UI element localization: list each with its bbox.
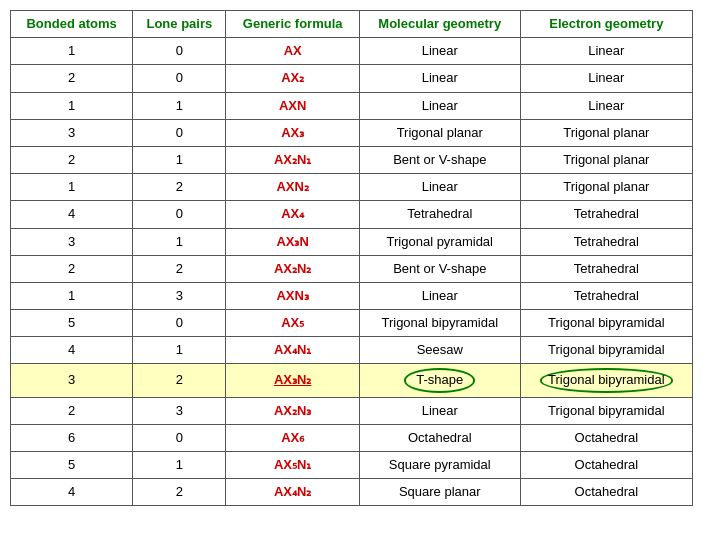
cell-electron: Tetrahedral	[520, 255, 692, 282]
table-row: 21AX₂N₁Bent or V-shapeTrigonal planar	[11, 146, 693, 173]
cell-lone: 1	[133, 92, 226, 119]
formula-text: AXN₃	[276, 288, 308, 303]
cell-lone: 2	[133, 255, 226, 282]
cell-formula: AX₂N₁	[226, 146, 359, 173]
cell-electron: Tetrahedral	[520, 228, 692, 255]
cell-electron: Trigonal bipyramidal	[520, 310, 692, 337]
cell-formula: AX₄	[226, 201, 359, 228]
cell-electron: Trigonal bipyramidal	[520, 337, 692, 364]
formula-text: AXN	[279, 98, 306, 113]
cell-molecular: Linear	[359, 282, 520, 309]
cell-lone: 0	[133, 201, 226, 228]
cell-lone: 2	[133, 479, 226, 506]
formula-text: AX₃	[281, 125, 304, 140]
cell-lone: 1	[133, 146, 226, 173]
cell-lone: 1	[133, 452, 226, 479]
cell-formula: AX₃N	[226, 228, 359, 255]
cell-bonded: 2	[11, 146, 133, 173]
cell-formula: AX₂	[226, 65, 359, 92]
cell-formula: AXN	[226, 92, 359, 119]
cell-molecular: Linear	[359, 65, 520, 92]
cell-electron: Trigonal planar	[520, 119, 692, 146]
table-row: 13AXN₃LinearTetrahedral	[11, 282, 693, 309]
header-electron: Electron geometry	[520, 11, 692, 38]
table-row: 30AX₃Trigonal planarTrigonal planar	[11, 119, 693, 146]
table-row: 50AX₅Trigonal bipyramidalTrigonal bipyra…	[11, 310, 693, 337]
table-row: 23AX₂N₃LinearTrigonal bipyramidal	[11, 397, 693, 424]
cell-electron: Octahedral	[520, 424, 692, 451]
cell-bonded: 4	[11, 201, 133, 228]
cell-formula: AX₄N₁	[226, 337, 359, 364]
cell-lone: 1	[133, 228, 226, 255]
formula-text: AX₃N₂	[274, 372, 311, 387]
cell-lone: 0	[133, 424, 226, 451]
table-row: 31AX₃NTrigonal pyramidalTetrahedral	[11, 228, 693, 255]
cell-lone: 3	[133, 282, 226, 309]
cell-lone: 1	[133, 337, 226, 364]
cell-electron: Trigonal planar	[520, 146, 692, 173]
formula-text: AX₄	[281, 206, 304, 221]
cell-molecular: Linear	[359, 174, 520, 201]
molecular-geometry-table: Bonded atoms Lone pairs Generic formula …	[10, 10, 693, 506]
formula-text: AXN₂	[276, 179, 308, 194]
formula-text: AX₂N₁	[274, 152, 311, 167]
cell-molecular: Bent or V-shape	[359, 146, 520, 173]
cell-bonded: 3	[11, 119, 133, 146]
header-generic: Generic formula	[226, 11, 359, 38]
formula-text: AX₆	[281, 430, 304, 445]
table-row: 20AX₂LinearLinear	[11, 65, 693, 92]
cell-electron: Tetrahedral	[520, 282, 692, 309]
cell-formula: AX₅N₁	[226, 452, 359, 479]
cell-lone: 0	[133, 65, 226, 92]
cell-formula: AX₅	[226, 310, 359, 337]
formula-text: AX₅N₁	[274, 457, 311, 472]
cell-electron: Trigonal planar	[520, 174, 692, 201]
cell-electron: Linear	[520, 38, 692, 65]
cell-lone: 2	[133, 174, 226, 201]
formula-text: AX₂N₃	[274, 403, 311, 418]
header-lone: Lone pairs	[133, 11, 226, 38]
table-row: 40AX₄TetrahedralTetrahedral	[11, 201, 693, 228]
table-row: 11AXNLinearLinear	[11, 92, 693, 119]
table-row: 60AX₆OctahedralOctahedral	[11, 424, 693, 451]
table-row: 10AXLinearLinear	[11, 38, 693, 65]
formula-text: AX₄N₁	[274, 342, 311, 357]
header-molecular: Molecular geometry	[359, 11, 520, 38]
cell-formula: AX₃	[226, 119, 359, 146]
cell-bonded: 1	[11, 92, 133, 119]
cell-molecular: Square pyramidal	[359, 452, 520, 479]
cell-bonded: 1	[11, 174, 133, 201]
cell-electron: Trigonal bipyramidal	[520, 397, 692, 424]
cell-formula: AX	[226, 38, 359, 65]
cell-formula: AX₄N₂	[226, 479, 359, 506]
formula-text: AX₃N	[276, 234, 308, 249]
cell-molecular: Octahedral	[359, 424, 520, 451]
table-row: 51AX₅N₁Square pyramidalOctahedral	[11, 452, 693, 479]
cell-lone: 0	[133, 119, 226, 146]
cell-lone: 3	[133, 397, 226, 424]
circled-tshape: T-shape	[404, 368, 475, 392]
cell-bonded: 1	[11, 38, 133, 65]
cell-molecular: Tetrahedral	[359, 201, 520, 228]
cell-bonded: 4	[11, 479, 133, 506]
circled-trigonal: Trigonal bipyramidal	[540, 368, 673, 392]
formula-text: AX₄N₂	[274, 484, 311, 499]
cell-molecular: Trigonal pyramidal	[359, 228, 520, 255]
cell-formula: AX₃N₂	[226, 364, 359, 397]
cell-formula: AX₂N₃	[226, 397, 359, 424]
cell-bonded: 5	[11, 310, 133, 337]
cell-molecular: Square planar	[359, 479, 520, 506]
cell-bonded: 1	[11, 282, 133, 309]
table-row: 42AX₄N₂Square planarOctahedral	[11, 479, 693, 506]
cell-formula: AX₆	[226, 424, 359, 451]
cell-formula: AX₂N₂	[226, 255, 359, 282]
cell-electron: Octahedral	[520, 452, 692, 479]
cell-bonded: 5	[11, 452, 133, 479]
cell-bonded: 3	[11, 228, 133, 255]
cell-bonded: 2	[11, 255, 133, 282]
cell-electron: Tetrahedral	[520, 201, 692, 228]
cell-molecular: Trigonal planar	[359, 119, 520, 146]
cell-bonded: 6	[11, 424, 133, 451]
cell-formula: AXN₂	[226, 174, 359, 201]
table-row: 41AX₄N₁SeesawTrigonal bipyramidal	[11, 337, 693, 364]
